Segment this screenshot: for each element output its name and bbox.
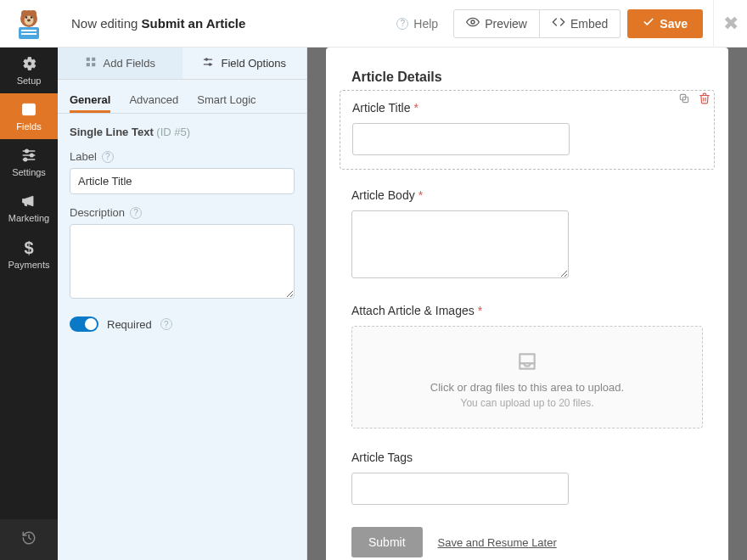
field-label-text: Article Tags (351, 451, 413, 464)
history-icon (21, 530, 37, 549)
sliders-icon (20, 147, 37, 165)
help-icon[interactable]: ? (160, 318, 172, 330)
svg-point-20 (31, 154, 33, 156)
save-button[interactable]: Save (627, 9, 703, 38)
svg-point-6 (27, 19, 31, 21)
copy-icon (678, 92, 690, 107)
svg-rect-25 (92, 63, 95, 66)
grid-icon (85, 56, 97, 70)
field-id-label: (ID #5) (156, 126, 190, 138)
rail-history-button[interactable] (0, 519, 58, 560)
form-canvas: Article Details Article Title* (307, 48, 747, 560)
save-resume-link[interactable]: Save and Resume Later (438, 536, 557, 549)
help-icon[interactable]: ? (130, 207, 142, 219)
save-label: Save (660, 17, 688, 31)
app-logo (0, 0, 58, 48)
left-rail: Setup Fields Settings Marketing $ Paymen… (0, 48, 58, 560)
required-asterisk: * (478, 304, 482, 317)
rail-item-settings[interactable]: Settings (0, 139, 58, 185)
svg-rect-8 (21, 30, 37, 31)
embed-button[interactable]: Embed (540, 9, 621, 38)
submit-button[interactable]: Submit (351, 527, 423, 557)
subtab-smart-logic[interactable]: Smart Logic (197, 93, 256, 113)
field-label-text: Attach Article & Images (351, 304, 475, 317)
rail-label: Payments (8, 260, 50, 270)
svg-point-19 (25, 149, 28, 152)
article-tags-input[interactable] (351, 473, 569, 505)
svg-point-29 (210, 64, 211, 65)
field-heading: Single Line Text (ID #5) (70, 126, 295, 138)
now-editing-prefix: Now editing (71, 16, 142, 31)
required-label: Required (107, 318, 152, 331)
form-icon (20, 101, 37, 120)
help-label: Help (413, 17, 438, 31)
field-article-tags[interactable]: Article Tags (351, 451, 703, 505)
rail-item-marketing[interactable]: Marketing (0, 185, 58, 231)
svg-rect-9 (21, 33, 37, 35)
field-label-text: Article Body (351, 188, 415, 202)
trash-icon (699, 92, 710, 107)
tab-field-options[interactable]: Field Options (183, 48, 307, 79)
svg-rect-14 (25, 109, 33, 111)
subtab-general[interactable]: General (70, 93, 110, 113)
rail-item-payments[interactable]: $ Payments (0, 231, 58, 277)
rail-label: Setup (17, 76, 42, 86)
embed-label: Embed (570, 17, 608, 31)
svg-rect-24 (86, 63, 89, 66)
gear-icon (20, 55, 37, 74)
eye-icon (466, 15, 480, 31)
preview-label: Preview (485, 17, 527, 31)
svg-point-21 (24, 158, 26, 160)
svg-point-5 (31, 16, 32, 18)
svg-point-2 (30, 10, 37, 17)
svg-rect-15 (25, 112, 31, 114)
now-editing-label: Now editing Submit an Article (71, 16, 245, 31)
label-label: Label (70, 150, 97, 163)
svg-rect-13 (25, 107, 33, 109)
required-asterisk: * (413, 101, 418, 115)
rail-label: Settings (12, 167, 46, 177)
field-attach[interactable]: Attach Article & Images* Click or drag f… (351, 304, 703, 428)
help-icon[interactable]: ? (102, 151, 114, 163)
required-toggle[interactable] (70, 316, 98, 332)
article-title-input[interactable] (352, 123, 570, 155)
delete-field-button[interactable] (699, 92, 710, 108)
rail-item-setup[interactable]: Setup (0, 48, 58, 93)
preview-button[interactable]: Preview (453, 9, 540, 38)
description-label: Description (70, 206, 125, 219)
required-asterisk: * (418, 188, 423, 202)
svg-point-28 (206, 59, 208, 60)
rail-label: Fields (16, 121, 41, 132)
duplicate-field-button[interactable] (678, 92, 690, 108)
tab-label: Field Options (221, 57, 286, 70)
article-body-textarea[interactable] (351, 210, 569, 278)
check-icon (643, 16, 654, 31)
help-icon: ? (396, 18, 408, 30)
file-dropzone[interactable]: Click or drag files to this area to uplo… (351, 326, 703, 428)
top-actions: ? Help Preview Embed Save (388, 9, 713, 38)
svg-point-10 (471, 20, 475, 24)
rail-item-fields[interactable]: Fields (0, 93, 58, 139)
megaphone-icon (20, 193, 37, 211)
svg-rect-23 (92, 58, 95, 61)
inbox-icon (361, 350, 694, 372)
description-textarea[interactable] (70, 224, 295, 299)
dropzone-sub-text: You can upload up to 20 files. (361, 397, 694, 409)
help-link[interactable]: ? Help (388, 17, 447, 31)
sliders-icon (202, 56, 214, 70)
subtab-advanced[interactable]: Advanced (129, 93, 178, 113)
tab-label: Add Fields (104, 57, 155, 70)
tab-add-fields[interactable]: Add Fields (58, 48, 183, 79)
field-article-body[interactable]: Article Body* (351, 188, 703, 282)
svg-point-1 (21, 10, 28, 17)
dollar-icon: $ (24, 238, 33, 258)
field-type-label: Single Line Text (70, 126, 154, 138)
form-card: Article Details Article Title* (326, 48, 728, 560)
field-article-title[interactable]: Article Title* (340, 90, 715, 170)
rail-label: Marketing (8, 213, 49, 223)
code-icon (552, 15, 565, 31)
top-bar: Now editing Submit an Article ? Help Pre… (0, 0, 747, 48)
label-input[interactable] (70, 168, 295, 194)
svg-point-4 (25, 16, 27, 18)
close-builder-button[interactable]: ✖ (713, 0, 747, 48)
